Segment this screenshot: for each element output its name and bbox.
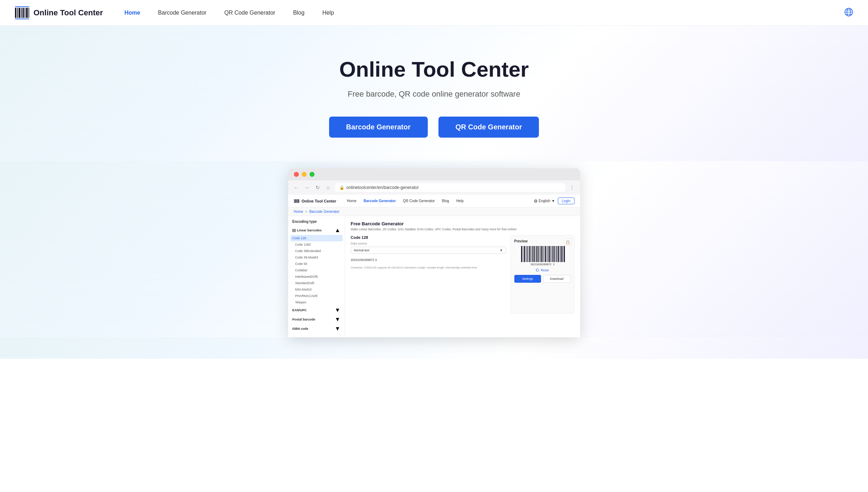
mini-lang-selector[interactable]: English ▼	[534, 199, 555, 203]
mini-logo-text: Online Tool Center	[302, 199, 337, 203]
sidebar-item-code39ext[interactable]: Code 39Extended	[288, 248, 345, 254]
field-title: Code 128	[351, 235, 506, 240]
breadcrumb-page[interactable]: Barcode Generator	[309, 210, 339, 214]
sidebar-group-isbn-label: ISBN code	[292, 327, 308, 330]
sidebar-group-isbn[interactable]: ISBN code ▼	[288, 324, 345, 333]
sidebar-item-msi[interactable]: MSI-Mod10	[288, 286, 345, 293]
svg-rect-55	[555, 246, 556, 262]
sidebar-item-code39mod[interactable]: Code 39-Mod43	[288, 254, 345, 261]
address-text: onlinetoolcenter/en/barcode-generator	[347, 185, 419, 190]
sidebar-item-codabar[interactable]: Codabar	[288, 267, 345, 273]
data-source-select[interactable]: Normal text ▼	[351, 247, 506, 254]
sidebar-item-code93[interactable]: Code 93	[288, 261, 345, 267]
sidebar-group-postal-label: Postal barcode	[292, 318, 316, 321]
back-button[interactable]: ←	[292, 184, 300, 191]
logo-text: Online Tool Center	[33, 8, 103, 17]
barcode-value-input[interactable]: 20231030289872 3	[351, 257, 506, 263]
header-right	[844, 7, 854, 19]
more-button[interactable]: ⋮	[568, 184, 576, 191]
download-button[interactable]: Download	[543, 275, 571, 283]
sidebar-item-telepen[interactable]: Telepen	[288, 299, 345, 306]
svg-rect-8	[15, 6, 29, 7]
svg-rect-15	[294, 199, 294, 203]
hero-title: Online Tool Center	[339, 57, 529, 82]
qr-generator-button[interactable]: QR Code Generator	[438, 117, 539, 138]
svg-rect-40	[534, 246, 535, 262]
barcode-preview: 20231030289872 3	[514, 246, 571, 266]
sidebar-item-pharmacade[interactable]: PHARMACADE	[288, 293, 345, 299]
data-source-value: Normal text	[354, 248, 369, 252]
nav-help[interactable]: Help	[322, 10, 334, 16]
nav-barcode[interactable]: Barcode Generator	[158, 10, 207, 16]
svg-rect-59	[561, 246, 562, 262]
mini-breadcrumb: Home > Barcode Generator	[288, 207, 580, 216]
svg-rect-7	[28, 8, 29, 18]
sidebar-group-linear[interactable]: Linear barcodes ▲	[288, 226, 345, 235]
browser-titlebar	[288, 168, 580, 180]
mini-nav-home[interactable]: Home	[347, 199, 357, 203]
nav-qr[interactable]: QR Code Generator	[224, 10, 275, 16]
svg-rect-34	[526, 246, 526, 262]
svg-rect-20	[297, 199, 298, 203]
hero-buttons: Barcode Generator QR Code Generator	[329, 117, 539, 138]
svg-rect-37	[529, 246, 530, 262]
mini-logo: Online Tool Center	[294, 198, 337, 204]
svg-rect-33	[524, 246, 525, 262]
mini-app-layout: Encoding type Linear barcodes	[288, 216, 580, 337]
svg-rect-52	[551, 246, 551, 262]
hero-subtitle: Free barcode, QR code online generator s…	[348, 89, 520, 99]
forward-button[interactable]: →	[303, 184, 311, 191]
svg-rect-60	[562, 246, 563, 262]
globe-icon[interactable]	[844, 7, 854, 17]
preview-box: Preview 📋	[510, 235, 575, 314]
svg-rect-3	[21, 8, 22, 18]
mini-nav-blog[interactable]: Blog	[442, 199, 449, 203]
mini-nav-barcode[interactable]: Barcode Generator	[364, 199, 396, 203]
settings-button[interactable]: Settings	[514, 275, 541, 283]
svg-rect-21	[298, 199, 299, 203]
svg-rect-30	[295, 229, 296, 232]
barcode-generator-button[interactable]: Barcode Generator	[329, 117, 428, 138]
svg-rect-4	[22, 8, 24, 18]
sidebar-group-linear-label: Linear barcodes	[292, 229, 322, 232]
site-header: Online Tool Center Home Barcode Generato…	[0, 0, 868, 26]
main-desc: Make Linear Barcodes, 2D Codes, GS1 Data…	[351, 227, 575, 231]
sidebar-group-ean-label: EAN/UPC	[292, 308, 307, 312]
reset-button[interactable]: Reset	[514, 268, 571, 272]
sidebar-group-postal[interactable]: Postal barcode ▼	[288, 315, 345, 324]
mini-login-button[interactable]: Login	[558, 198, 574, 204]
breadcrumb-home[interactable]: Home	[294, 210, 303, 214]
mini-nav-qr[interactable]: QR Code Generator	[403, 199, 435, 203]
barcode-small-icon	[292, 229, 296, 232]
svg-rect-32	[523, 246, 523, 262]
sidebar-item-code128c[interactable]: Code 128C	[288, 241, 345, 248]
sidebar-group-ean[interactable]: EAN/UPC ▼	[288, 306, 345, 315]
logo-link[interactable]: Online Tool Center	[14, 5, 103, 21]
nav-blog[interactable]: Blog	[293, 10, 305, 16]
svg-rect-49	[547, 246, 547, 262]
copy-button[interactable]: 📋	[564, 239, 571, 246]
svg-rect-35	[527, 246, 527, 262]
main-title: Free Barcode Generator	[351, 221, 575, 226]
barcode-svg: 20231030289872 3	[519, 246, 566, 266]
refresh-button[interactable]: ↻	[314, 184, 322, 191]
nav-home[interactable]: Home	[124, 10, 140, 16]
svg-rect-61	[564, 246, 565, 262]
sidebar-item-standard2of5[interactable]: Standard2of5	[288, 280, 345, 286]
mini-nav-right: English ▼ Login	[534, 198, 574, 204]
svg-rect-27	[293, 229, 293, 232]
address-bar[interactable]: 🔒 onlinetoolcenter/en/barcode-generator	[335, 183, 565, 192]
svg-rect-41	[535, 246, 536, 262]
home-button[interactable]: ⌂	[324, 184, 332, 191]
svg-rect-38	[531, 246, 531, 262]
mini-navbar: Online Tool Center Home Barcode Generato…	[288, 195, 580, 207]
action-buttons: Settings Download	[514, 275, 571, 283]
sidebar-item-interleaved[interactable]: Interleaved2Of5	[288, 273, 345, 280]
svg-rect-31	[521, 246, 522, 262]
sidebar-item-code128[interactable]: Code 128	[290, 235, 343, 241]
svg-rect-1	[17, 8, 18, 18]
left-column: Code 128 Data source Normal text ▼ 20231…	[351, 235, 506, 314]
mini-nav-help[interactable]: Help	[456, 199, 464, 203]
svg-rect-28	[293, 229, 294, 232]
sidebar-title: Encoding type	[288, 216, 345, 226]
